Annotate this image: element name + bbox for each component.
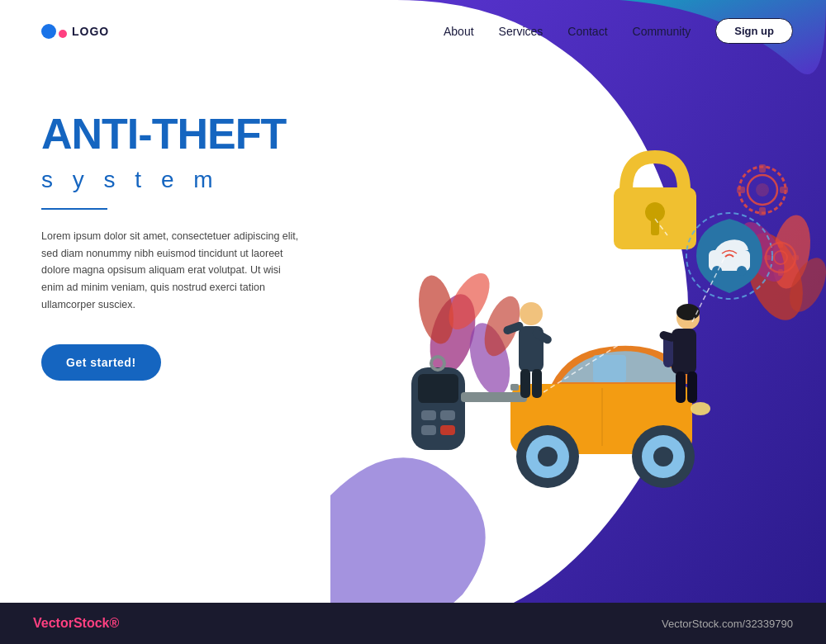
svg-rect-37: [764, 255, 771, 260]
svg-point-17: [691, 402, 710, 415]
navbar: LOGO About Services Contact Community Si…: [0, 0, 826, 62]
hero-illustration: [370, 78, 826, 508]
svg-rect-40: [418, 374, 458, 403]
svg-rect-43: [421, 425, 436, 435]
footer-brand: VectorStock®: [33, 616, 119, 631]
svg-rect-30: [759, 207, 766, 215]
hero-right: [354, 95, 785, 590]
svg-rect-38: [792, 255, 799, 260]
footer: VectorStock® VectorStock.com/32339790: [0, 603, 826, 644]
logo-icon: [41, 24, 67, 39]
svg-point-16: [653, 447, 673, 466]
svg-rect-35: [778, 241, 783, 248]
svg-rect-42: [440, 410, 455, 420]
svg-rect-31: [737, 187, 745, 193]
svg-rect-53: [520, 369, 530, 398]
svg-rect-10: [593, 355, 626, 382]
svg-rect-47: [510, 384, 519, 391]
svg-point-49: [520, 302, 543, 325]
hero-section: ANTI-THEFT s y s t e m Lorem ipsum dolor…: [0, 62, 826, 590]
footer-brand-name: VectorStock: [33, 616, 109, 630]
nav-link-contact[interactable]: Contact: [567, 25, 607, 38]
nav-item-contact[interactable]: Contact: [567, 24, 607, 39]
footer-registered: ®: [109, 616, 119, 630]
signup-button[interactable]: Sign up: [715, 18, 793, 44]
svg-rect-36: [778, 269, 783, 276]
hero-divider: [41, 208, 107, 211]
hero-description: Lorem ipsum dolor sit amet, consectetuer…: [41, 228, 306, 313]
nav-item-services[interactable]: Services: [499, 24, 544, 39]
svg-rect-21: [651, 219, 659, 235]
svg-rect-41: [421, 410, 436, 420]
hero-subtitle: s y s t e m: [41, 167, 354, 193]
svg-rect-18: [601, 388, 603, 446]
logo-text: LOGO: [72, 25, 109, 38]
svg-rect-61: [687, 372, 697, 403]
hero-title: ANTI-THEFT: [41, 111, 354, 157]
svg-rect-54: [532, 369, 542, 398]
nav-item-about[interactable]: About: [444, 24, 474, 39]
svg-rect-46: [461, 392, 527, 402]
nav-links: About Services Contact Community: [444, 24, 691, 39]
svg-point-28: [756, 183, 769, 197]
nav-item-community[interactable]: Community: [633, 24, 691, 39]
nav-link-community[interactable]: Community: [633, 25, 691, 38]
nav-link-services[interactable]: Services: [499, 25, 544, 38]
svg-point-24: [712, 266, 722, 276]
svg-rect-32: [780, 187, 788, 193]
logo-area: LOGO: [41, 24, 109, 39]
svg-point-25: [737, 266, 747, 276]
svg-rect-60: [676, 372, 686, 403]
svg-point-56: [676, 304, 700, 320]
logo-dot-big: [41, 24, 56, 39]
svg-rect-29: [759, 164, 766, 173]
page-wrapper: LOGO About Services Contact Community Si…: [0, 0, 826, 644]
illustration-svg: [370, 78, 826, 508]
svg-point-13: [538, 447, 558, 466]
nav-link-about[interactable]: About: [444, 25, 474, 38]
footer-url: VectorStock.com/32339790: [662, 618, 793, 630]
hero-left: ANTI-THEFT s y s t e m Lorem ipsum dolor…: [41, 95, 354, 590]
svg-rect-44: [440, 425, 455, 435]
cta-button[interactable]: Get started!: [41, 344, 161, 381]
logo-dot-small: [59, 30, 67, 38]
